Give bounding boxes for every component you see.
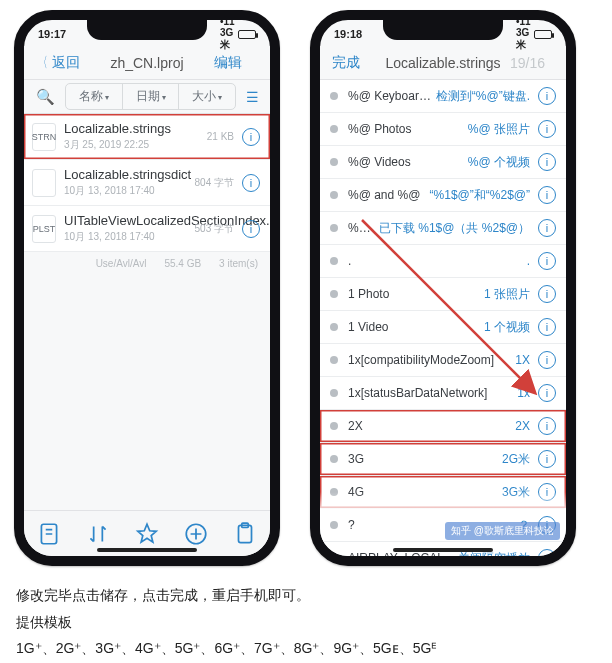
- bullet-icon: [330, 455, 338, 463]
- string-key: 1 Photo: [348, 287, 484, 301]
- filterbar: 🔍 名称▾ 日期▾ 大小▾ ☰: [24, 80, 270, 114]
- string-key: 1 Video: [348, 320, 484, 334]
- bullet-icon: [330, 158, 338, 166]
- file-row[interactable]: PLSTUITableViewLocalizedSectionIndex.pli…: [24, 206, 270, 252]
- string-value: .: [527, 254, 530, 268]
- phone-left: 19:17 •11 3G米 〈返回 zh_CN.lproj 编辑 🔍 名称▾ 日…: [14, 10, 280, 566]
- bullet-icon: [330, 92, 338, 100]
- fade: [320, 492, 566, 514]
- info-icon[interactable]: i: [538, 252, 556, 270]
- file-size: 21 KB: [207, 131, 234, 142]
- info-icon[interactable]: i: [538, 450, 556, 468]
- string-row[interactable]: %@ Photos%@ 张照片i: [320, 113, 566, 146]
- clipboard-icon[interactable]: [232, 521, 258, 547]
- info-icon[interactable]: i: [242, 128, 260, 146]
- info-icon[interactable]: i: [538, 87, 556, 105]
- done-button[interactable]: 完成: [332, 54, 376, 72]
- string-key: %@ and %@: [348, 188, 430, 202]
- string-row[interactable]: %@ and %@“%1$@”和“%2$@”i: [320, 179, 566, 212]
- file-list: STRNLocalizable.strings3月 25, 2019 22:25…: [24, 114, 270, 252]
- phones-container: 19:17 •11 3G米 〈返回 zh_CN.lproj 编辑 🔍 名称▾ 日…: [0, 0, 612, 572]
- info-icon[interactable]: i: [538, 153, 556, 171]
- info-icon[interactable]: i: [538, 384, 556, 402]
- string-row[interactable]: 1x[statusBarDataNetwork]1xi: [320, 377, 566, 410]
- caption-line1: 修改完毕点击储存，点击完成，重启手机即可。: [16, 582, 596, 609]
- bullet-icon: [330, 521, 338, 529]
- seg-name[interactable]: 名称▾: [66, 84, 122, 109]
- file-icon: [32, 169, 56, 197]
- string-value: 1 张照片: [484, 286, 530, 303]
- status-time: 19:17: [38, 28, 66, 40]
- sort-icon[interactable]: [85, 521, 111, 547]
- new-file-icon[interactable]: [36, 521, 62, 547]
- string-value: 1 个视频: [484, 319, 530, 336]
- file-size: 804 字节: [195, 176, 234, 190]
- info-icon[interactable]: i: [538, 351, 556, 369]
- string-value: 1x: [517, 386, 530, 400]
- summary-c: 3 item(s): [219, 258, 258, 269]
- seg-size[interactable]: 大小▾: [178, 84, 235, 109]
- nav-title: zh_CN.lproj: [80, 55, 214, 71]
- string-value: %@ 个视频: [468, 154, 530, 171]
- file-name: Localizable.stringsdict: [64, 167, 195, 182]
- bullet-icon: [330, 290, 338, 298]
- info-icon[interactable]: i: [538, 285, 556, 303]
- sort-segmented[interactable]: 名称▾ 日期▾ 大小▾: [65, 83, 236, 110]
- bullet-icon: [330, 554, 338, 562]
- info-icon[interactable]: i: [242, 220, 260, 238]
- add-icon[interactable]: [183, 521, 209, 547]
- back-label: 返回: [52, 54, 80, 70]
- caption: 修改完毕点击储存，点击完成，重启手机即可。 提供模板 1G⁺、2G⁺、3G⁺、4…: [0, 572, 612, 663]
- bullet-icon: [330, 389, 338, 397]
- string-value: 2X: [515, 419, 530, 433]
- battery-icon: [238, 30, 256, 39]
- summary-a: Use/Avl/Avl: [96, 258, 147, 269]
- string-value: %@ 张照片: [468, 121, 530, 138]
- info-icon[interactable]: i: [538, 120, 556, 138]
- string-row[interactable]: 1 Video1 个视频i: [320, 311, 566, 344]
- string-value: 2G米: [502, 451, 530, 468]
- bullet-icon: [330, 422, 338, 430]
- string-key: 1x[statusBarDataNetwork]: [348, 386, 517, 400]
- notch: [87, 18, 207, 40]
- bullet-icon: [330, 191, 338, 199]
- string-row[interactable]: 1x[compatibilityModeZoom]1Xi: [320, 344, 566, 377]
- string-key: %@ of %@ downloaded: [348, 221, 379, 235]
- file-date: 10月 13, 2018 17:40: [64, 230, 195, 244]
- back-button[interactable]: 〈返回: [36, 54, 80, 72]
- info-icon[interactable]: i: [538, 549, 556, 566]
- bullet-icon: [330, 257, 338, 265]
- battery-icon: [534, 30, 552, 39]
- seg-date[interactable]: 日期▾: [122, 84, 179, 109]
- string-key: %@ Photos: [348, 122, 468, 136]
- info-icon[interactable]: i: [538, 186, 556, 204]
- string-key: AIRPLAY_LOCAL_FALLBACK: [348, 551, 458, 565]
- file-row[interactable]: STRNLocalizable.strings3月 25, 2019 22:25…: [24, 114, 270, 160]
- file-row[interactable]: Localizable.stringsdict10月 13, 2018 17:4…: [24, 160, 270, 206]
- string-key: %@ Videos: [348, 155, 468, 169]
- string-row[interactable]: ..i: [320, 245, 566, 278]
- string-row[interactable]: %@ of %@ downloaded已下载 %1$@（共 %2$@）i: [320, 212, 566, 245]
- edit-button[interactable]: 编辑: [214, 54, 258, 72]
- home-indicator: [393, 548, 493, 552]
- info-icon[interactable]: i: [242, 174, 260, 192]
- favorite-icon[interactable]: [134, 521, 160, 547]
- string-key: 2X: [348, 419, 515, 433]
- info-icon[interactable]: i: [538, 318, 556, 336]
- bullet-icon: [330, 125, 338, 133]
- view-toggle-icon[interactable]: ☰: [242, 89, 262, 105]
- nav-right-count: 19/16: [510, 55, 554, 71]
- search-icon[interactable]: 🔍: [32, 88, 59, 106]
- string-row[interactable]: AIRPLAY_LOCAL_FALLBACK关闭隔空播放i: [320, 542, 566, 566]
- string-row[interactable]: %@ Keyboard Detected检测到“%@”键盘.i: [320, 80, 566, 113]
- string-value: 1X: [515, 353, 530, 367]
- caption-line3: 1G⁺、2G⁺、3G⁺、4G⁺、5G⁺、6G⁺、7G⁺、8G⁺、9G⁺、5Gᴇ、…: [16, 635, 596, 662]
- string-row[interactable]: 1 Photo1 张照片i: [320, 278, 566, 311]
- string-row[interactable]: 3G2G米i: [320, 443, 566, 476]
- string-row[interactable]: 2X2Xi: [320, 410, 566, 443]
- string-row[interactable]: %@ Videos%@ 个视频i: [320, 146, 566, 179]
- info-icon[interactable]: i: [538, 219, 556, 237]
- nav-title: Localizable.strings: [376, 55, 510, 71]
- info-icon[interactable]: i: [538, 417, 556, 435]
- watermark: 知乎 @歌斯底里科技论: [445, 522, 560, 540]
